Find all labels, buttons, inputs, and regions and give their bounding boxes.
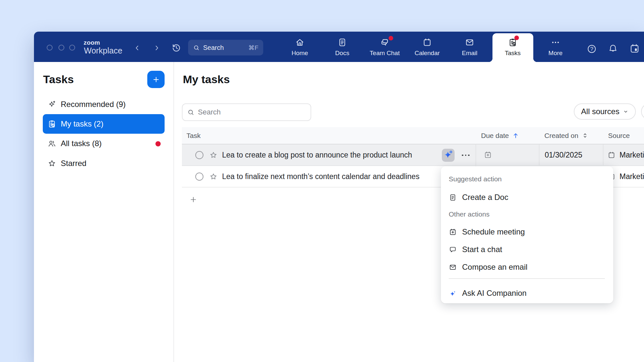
tab-more[interactable]: More (538, 32, 573, 62)
tab-calendar[interactable]: Calendar (409, 32, 445, 62)
tab-docs[interactable]: Docs (324, 32, 360, 62)
task-checkbox[interactable] (195, 151, 203, 159)
menu-item-ask-ai-companion[interactable]: Ask AI Companion (441, 286, 613, 300)
plus-icon (152, 75, 160, 84)
back-button[interactable] (134, 44, 141, 52)
star-button[interactable] (209, 172, 218, 181)
sort-icon (582, 132, 588, 139)
sidebar-item-label: My tasks (2) (61, 119, 104, 128)
all-tasks-badge (155, 141, 161, 146)
menu-section-suggested: Suggested action (449, 175, 502, 183)
ai-sparkle-icon (442, 149, 454, 161)
global-search-placeholder: Search (203, 44, 224, 52)
tab-email[interactable]: Email (452, 32, 488, 62)
task-checkbox[interactable] (195, 173, 203, 181)
desktop: zoom Workplace Search ⌘F Home (0, 0, 644, 362)
sidebar-item-my-tasks[interactable]: My tasks (2) (43, 114, 165, 134)
column-header-created-on[interactable]: Created on (539, 132, 604, 140)
add-due-date-icon[interactable] (484, 151, 492, 159)
tab-tasks[interactable]: Tasks (495, 32, 531, 62)
star-icon (47, 159, 56, 168)
table-header: Task Due date Created on Source (182, 127, 644, 144)
sidebar-item-label: Recommended (9) (61, 100, 126, 109)
team-chat-badge (389, 36, 393, 40)
search-icon (187, 109, 195, 116)
sidebar-item-all-tasks[interactable]: All tasks (8) (43, 136, 165, 151)
menu-section-other: Other actions (449, 210, 490, 218)
task-search-placeholder: Search (198, 108, 221, 116)
sort-ascending-icon (512, 132, 519, 139)
menu-item-start-chat[interactable]: Start a chat (441, 242, 613, 257)
app-window: zoom Workplace Search ⌘F Home (34, 32, 644, 362)
more-icon (551, 38, 560, 47)
menu-item-create-doc[interactable]: Create a Doc (441, 190, 613, 204)
ai-companion-icon (449, 289, 457, 297)
add-task-row-button[interactable] (189, 195, 198, 204)
search-icon (193, 44, 200, 51)
clipboard-check-icon (47, 119, 56, 128)
filter-button-partial[interactable] (641, 103, 644, 120)
task-title: Lea to create a blog post to announce th… (222, 151, 412, 159)
tab-home[interactable]: Home (282, 32, 318, 62)
menu-item-compose-email[interactable]: Compose an email (441, 260, 613, 274)
column-header-task[interactable]: Task (182, 132, 476, 140)
sources-filter-label: All sources (581, 107, 619, 116)
column-header-due-date[interactable]: Due date (476, 132, 539, 140)
notifications-button[interactable] (608, 43, 618, 54)
people-icon (47, 139, 56, 148)
doc-icon (449, 193, 457, 202)
sidebar-item-starred[interactable]: Starred (43, 156, 165, 171)
svg-text:?: ? (590, 46, 593, 52)
navbar: zoom Workplace Search ⌘F Home (34, 32, 644, 62)
traffic-light-minimize[interactable] (58, 45, 64, 51)
calendar-plus-icon (449, 228, 457, 236)
sources-filter[interactable]: All sources (574, 103, 636, 120)
action-menu: Suggested action Create a Doc Other acti… (441, 166, 613, 303)
calendar-panel-button[interactable] (629, 43, 640, 54)
global-search-shortcut: ⌘F (248, 44, 258, 52)
sidebar-item-label: Starred (61, 159, 87, 168)
email-icon (465, 38, 475, 47)
page-title: My tasks (183, 74, 230, 85)
task-row[interactable]: Lea to create a blog post to announce th… (182, 144, 644, 166)
history-icon[interactable] (171, 43, 182, 53)
chevron-down-icon (623, 109, 629, 114)
docs-icon (337, 38, 347, 47)
home-icon (295, 38, 305, 47)
chat-icon (449, 246, 457, 254)
source-icon (607, 151, 616, 159)
calendar-icon (422, 38, 432, 47)
sidebar-item-label: All tasks (8) (61, 139, 102, 148)
workplace-logo: Workplace (84, 46, 122, 55)
star-button[interactable] (209, 151, 218, 159)
row-menu-button[interactable] (459, 144, 472, 166)
forward-button[interactable] (153, 44, 160, 52)
add-task-button[interactable] (147, 71, 165, 88)
tasks-badge (514, 36, 519, 40)
menu-item-schedule-meeting[interactable]: Schedule meeting (441, 225, 613, 239)
menu-divider (449, 278, 605, 279)
source-label: Marketing (620, 172, 644, 181)
created-date: 01/30/2025 (545, 151, 582, 159)
traffic-light-close[interactable] (47, 45, 53, 51)
task-title: Lea to finalize next month’s content cal… (222, 172, 419, 181)
task-search-input[interactable]: Search (182, 103, 311, 121)
ai-companion-button[interactable] (442, 149, 455, 162)
zoom-logo: zoom (84, 39, 100, 46)
team-chat-icon (380, 38, 390, 47)
traffic-light-zoom[interactable] (69, 45, 75, 51)
source-label: Marketing (620, 151, 644, 159)
tab-team-chat[interactable]: Team Chat (367, 32, 403, 62)
email-icon (449, 263, 457, 271)
help-button[interactable]: ? (587, 44, 597, 54)
sparkle-icon (47, 100, 56, 109)
column-header-source[interactable]: Source (604, 132, 644, 140)
sidebar-title: Tasks (43, 74, 74, 85)
sidebar-item-recommended[interactable]: Recommended (9) (43, 97, 165, 112)
global-search[interactable]: Search ⌘F (188, 40, 263, 55)
